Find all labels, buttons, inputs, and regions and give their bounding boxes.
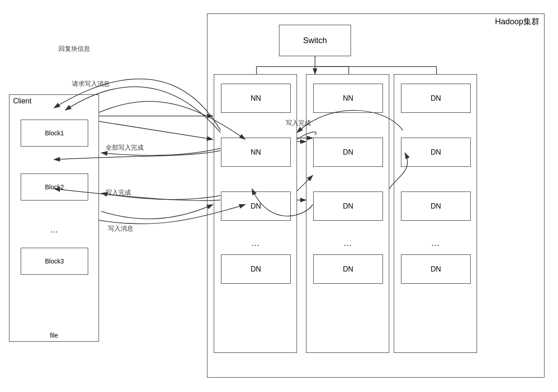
rack1-nn1: NN bbox=[221, 84, 291, 113]
block1-box: Block1 bbox=[21, 120, 88, 147]
rack3-dn3: DN bbox=[401, 192, 471, 221]
rack1-nn2: NN bbox=[221, 138, 291, 167]
rack1-box: NN NN DN … DN bbox=[214, 74, 297, 353]
rack2-box: NN DN DN … DN bbox=[306, 74, 389, 353]
rack2-dn1: DN bbox=[313, 138, 383, 167]
svg-line-12 bbox=[99, 121, 213, 139]
dots-1: … bbox=[50, 225, 58, 235]
block3-box: Block3 bbox=[21, 248, 88, 275]
diagram-container: Hadoop集群 Switch Client Block1 Block2 … B… bbox=[0, 0, 558, 392]
block3-label: Block3 bbox=[45, 258, 64, 265]
rack1-dots: … bbox=[252, 239, 260, 248]
block2-box: Block2 bbox=[21, 174, 88, 200]
rack3-dn1: DN bbox=[401, 84, 471, 113]
label-write-complete: 写入完成 bbox=[106, 189, 131, 197]
rack3-box: DN DN DN … DN bbox=[394, 74, 477, 353]
label-write-done: 写入完成 bbox=[286, 119, 311, 127]
block1-label: Block1 bbox=[45, 129, 64, 137]
file-label: file bbox=[50, 332, 58, 339]
client-box: Client Block1 Block2 … Block3 file bbox=[9, 94, 99, 342]
rack1-dn2: DN bbox=[221, 254, 291, 284]
rack1-dn1: DN bbox=[221, 192, 291, 221]
rack3-dots: … bbox=[432, 239, 440, 248]
rack2-dn2: DN bbox=[313, 192, 383, 221]
block2-label: Block2 bbox=[45, 183, 64, 191]
hadoop-cluster-label: Hadoop集群 bbox=[495, 16, 540, 27]
switch-box: Switch bbox=[279, 25, 351, 56]
label-request-write: 请求写入消息 bbox=[72, 80, 110, 88]
label-write-complete-all: 全部写入完成 bbox=[106, 144, 144, 152]
switch-label: Switch bbox=[303, 36, 327, 45]
rack3-dn2: DN bbox=[401, 138, 471, 167]
client-label: Client bbox=[13, 97, 32, 105]
label-reply-block: 回复块信息 bbox=[58, 45, 90, 53]
rack2-dots: … bbox=[344, 239, 352, 248]
rack3-dn4: DN bbox=[401, 254, 471, 284]
label-write-message: 写入消息 bbox=[108, 225, 133, 233]
rack2-dn3: DN bbox=[313, 254, 383, 284]
rack2-nn1: NN bbox=[313, 84, 383, 113]
